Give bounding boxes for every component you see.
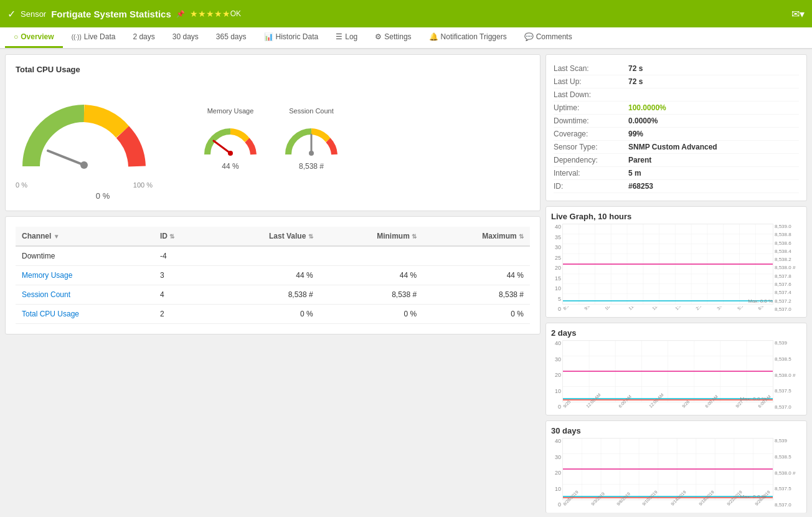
info-last-up: Last Up: 72 s [554, 75, 799, 88]
info-panel-card: Last Scan: 72 s Last Up: 72 s Last Down:… [545, 54, 807, 201]
tab-live-data[interactable]: ((·)) Live Data [63, 27, 125, 48]
svg-point-5 [309, 151, 314, 156]
live-graph-svg: Max: 0.0 % [562, 224, 773, 305]
header-left: ✓ Sensor Fortigate System Statistics 📌 ★… [7, 8, 241, 20]
2days-graph-area: Max: 0.0 % 9/25 12:00 AM 6:00 AM 12:00 A… [562, 340, 773, 410]
table-cell-maximum: 44 % [423, 266, 530, 285]
svg-line-2 [214, 141, 230, 153]
col-id[interactable]: ID ⇅ [154, 227, 207, 246]
table-cell-maximum: 0 % [423, 305, 530, 324]
col-minimum[interactable]: Minimum ⇅ [319, 227, 423, 246]
table-cell-id: 4 [154, 285, 207, 305]
table-cell-minimum [319, 246, 423, 266]
table-row: Downtime -4 [16, 246, 530, 266]
30days-graph-wrapper: 40 30 20 10 0 [551, 438, 801, 508]
info-uptime: Uptime: 100.0000% [554, 102, 799, 115]
last-value-sort-icon[interactable]: ⇅ [308, 233, 313, 240]
table-cell-maximum: 8,538 # [423, 285, 530, 305]
live-data-icon: ((·)) [72, 34, 82, 40]
memory-gauge-svg [202, 117, 258, 158]
30days-graph-svg: Max: 0.0 % [562, 438, 773, 500]
gauge-range: 0 % 100 % [16, 181, 153, 189]
right-column: Last Scan: 72 s Last Up: 72 s Last Down:… [545, 54, 807, 508]
session-gauge: Session Count 8,538 # [283, 107, 339, 171]
info-interval: Interval: 5 m [554, 167, 799, 180]
mail-icon[interactable]: ✉▾ [791, 8, 805, 20]
table-cell-channel[interactable]: Session Count [16, 285, 154, 305]
gauge-current-value: 0 % [16, 191, 190, 201]
col-maximum[interactable]: Maximum ⇅ [423, 227, 530, 246]
info-coverage: Coverage: 99% [554, 128, 799, 141]
data-table: Channel ▼ ID ⇅ Last Value ⇅ Minimum [16, 227, 530, 324]
tab-settings[interactable]: ⚙ Settings [366, 27, 420, 48]
col-channel[interactable]: Channel ▼ [16, 227, 154, 246]
checkmark-icon: ✓ [7, 8, 16, 20]
table-header-row: Channel ▼ ID ⇅ Last Value ⇅ Minimum [16, 227, 530, 246]
2days-graph-title: 2 days [551, 328, 801, 338]
live-graph-wrapper: 40 35 30 25 20 15 10 5 0 [551, 224, 801, 312]
table-cell-id: 3 [154, 266, 207, 285]
channel-sort-icon[interactable]: ▼ [54, 233, 60, 240]
info-id: ID: #68253 [554, 180, 799, 193]
2days-y-axis: 40 30 20 10 0 [551, 340, 562, 410]
header-right: ✉▾ [791, 8, 805, 20]
page-title: Fortigate System Statistics [51, 9, 171, 19]
30days-graph-area: Max: 0.0 % 8/28/2019 9/3/2019 9/6/2019 9… [562, 438, 773, 508]
30days-x-axis: 8/28/2019 9/3/2019 9/6/2019 9/10/2019 9/… [562, 502, 773, 508]
tab-2days[interactable]: 2 days [124, 27, 163, 48]
table-cell-channel[interactable]: Memory Usage [16, 266, 154, 285]
nav-tabs: ○ Overview ((·)) Live Data 2 days 30 day… [0, 27, 812, 49]
log-icon: ☰ [336, 32, 342, 41]
maximum-sort-icon[interactable]: ⇅ [519, 233, 524, 240]
status-badge: OK [230, 9, 241, 18]
minimum-sort-icon[interactable]: ⇅ [412, 233, 417, 240]
2days-graph-svg: Max: 0.0 % [562, 340, 773, 402]
table-row: Total CPU Usage 2 0 % 0 % 0 % [16, 305, 530, 324]
table-cell-channel[interactable]: Total CPU Usage [16, 305, 154, 324]
table-cell-last-value [207, 246, 319, 266]
notification-icon: 🔔 [429, 32, 438, 41]
info-panel: Last Scan: 72 s Last Up: 72 s Last Down:… [554, 62, 799, 193]
30days-right-y-axis: 8,539 8,538.5 8,538.0 # 8,537.5 8,537.0 [773, 438, 801, 508]
30days-graph-card: 30 days 40 30 20 10 0 [545, 420, 807, 513]
tab-log[interactable]: ☰ Log [327, 27, 366, 48]
tab-comments[interactable]: 💬 Comments [516, 27, 581, 48]
live-graph-area: Max: 0.0 % 8:15 PM 9:00 PM 10:30 PM 11:1… [562, 224, 773, 312]
settings-icon: ⚙ [375, 32, 382, 41]
pin-icon: 📌 [176, 10, 185, 18]
tab-365days[interactable]: 365 days [207, 27, 255, 48]
table-cell-last-value: 0 % [207, 305, 319, 324]
gauge-section: Total CPU Usage [16, 65, 530, 201]
id-sort-icon[interactable]: ⇅ [169, 233, 174, 240]
svg-point-3 [228, 151, 233, 156]
365days-label: 365 days [216, 32, 247, 41]
memory-gauge-label: Memory Usage [202, 107, 258, 115]
live-graph-right-y-axis: 8,539.0 8,538.8 8,538.6 8,538.4 8,538.2 … [773, 224, 801, 312]
cpu-gauge: Total CPU Usage [16, 65, 190, 201]
svg-text:Max: 0.0 %: Max: 0.0 % [748, 298, 773, 304]
tab-historic[interactable]: 📊 Historic Data [255, 27, 328, 48]
live-graph-y-axis: 40 35 30 25 20 15 10 5 0 [551, 224, 562, 312]
tab-30days[interactable]: 30 days [164, 27, 207, 48]
memory-gauge-value: 44 % [202, 162, 258, 171]
table-cell-id: 2 [154, 305, 207, 324]
table-row: Memory Usage 3 44 % 44 % 44 % [16, 266, 530, 285]
table-cell-last-value: 44 % [207, 266, 319, 285]
overview-icon: ○ [14, 32, 18, 41]
info-sensor-type: Sensor Type: SNMP Custom Advanced [554, 141, 799, 154]
comments-icon: 💬 [524, 32, 534, 41]
tab-overview[interactable]: ○ Overview [5, 27, 63, 48]
col-last-value[interactable]: Last Value ⇅ [207, 227, 319, 246]
table-cell-minimum: 0 % [319, 305, 423, 324]
tab-notification[interactable]: 🔔 Notification Triggers [420, 27, 516, 48]
gauge-svg-container [16, 79, 153, 179]
gauge-title: Total CPU Usage [16, 65, 190, 74]
2days-graph-wrapper: 40 30 20 10 0 [551, 340, 801, 410]
table-cell-id: -4 [154, 246, 207, 266]
30days-label: 30 days [172, 32, 199, 41]
table-cell-minimum: 44 % [319, 266, 423, 285]
info-last-scan: Last Scan: 72 s [554, 62, 799, 75]
30days-graph-title: 30 days [551, 426, 801, 435]
header: ✓ Sensor Fortigate System Statistics 📌 ★… [0, 0, 812, 27]
session-gauge-label: Session Count [283, 107, 339, 115]
